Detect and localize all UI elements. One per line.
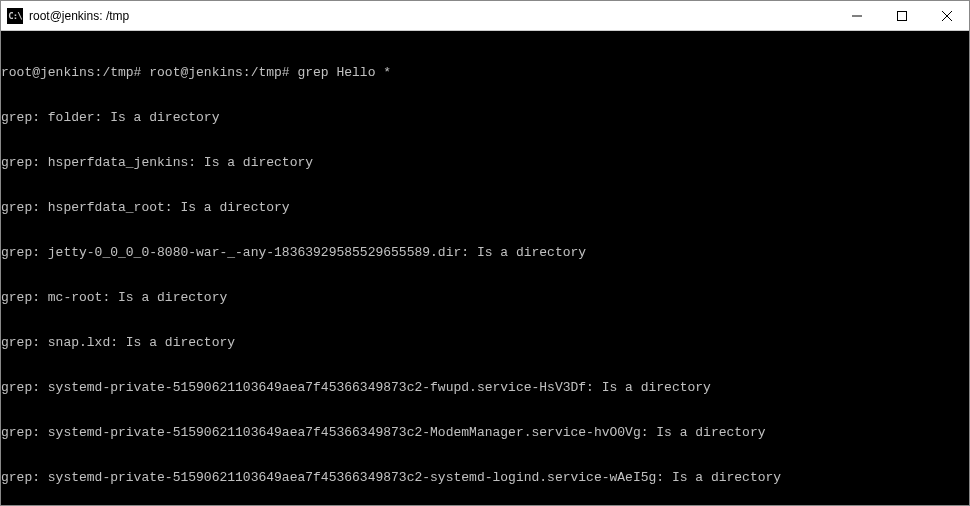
- maximize-button[interactable]: [879, 1, 924, 31]
- terminal-line: grep: jetty-0_0_0_0-8080-war-_-any-18363…: [1, 245, 969, 260]
- close-icon: [942, 11, 952, 21]
- svg-rect-1: [897, 11, 906, 20]
- terminal-line: grep: hsperfdata_root: Is a directory: [1, 200, 969, 215]
- terminal-icon: C:\: [7, 8, 23, 24]
- terminal-line: grep: folder: Is a directory: [1, 110, 969, 125]
- close-button[interactable]: [924, 1, 969, 31]
- titlebar: C:\ root@jenkins: /tmp: [1, 1, 969, 31]
- minimize-icon: [852, 11, 862, 21]
- terminal-line: grep: systemd-private-51590621103649aea7…: [1, 425, 969, 440]
- terminal-window: C:\ root@jenkins: /tmp root@jenkins:/tmp…: [0, 0, 970, 506]
- terminal-body[interactable]: root@jenkins:/tmp# root@jenkins:/tmp# gr…: [1, 31, 969, 505]
- terminal-line: grep: mc-root: Is a directory: [1, 290, 969, 305]
- maximize-icon: [897, 11, 907, 21]
- terminal-line: grep: systemd-private-51590621103649aea7…: [1, 380, 969, 395]
- window-title: root@jenkins: /tmp: [29, 9, 834, 23]
- window-controls: [834, 1, 969, 31]
- terminal-line: root@jenkins:/tmp# root@jenkins:/tmp# gr…: [1, 65, 969, 80]
- terminal-line: grep: hsperfdata_jenkins: Is a directory: [1, 155, 969, 170]
- minimize-button[interactable]: [834, 1, 879, 31]
- terminal-line: grep: snap.lxd: Is a directory: [1, 335, 969, 350]
- terminal-line: grep: systemd-private-51590621103649aea7…: [1, 470, 969, 485]
